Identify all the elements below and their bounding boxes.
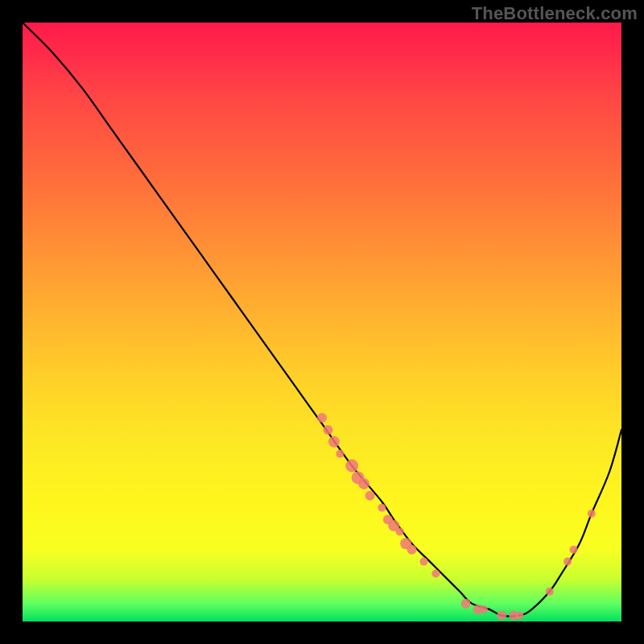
scatter-dot [569,546,577,554]
scatter-dot [345,460,358,473]
scatter-dot [323,425,332,435]
chart-container: TheBottleneck.com [0,0,644,644]
curve-line [23,23,621,616]
scatter-dot [336,450,344,458]
scatter-dot [317,413,327,423]
scatter-dot [546,588,554,596]
scatter-dot [516,612,524,620]
scatter-dot [497,611,506,621]
scatter-dot [461,599,471,609]
scatter-dot [396,527,404,535]
scatter-dot [358,478,369,489]
scatter-dot [419,558,427,566]
scatter-dot [431,569,440,577]
plot-area [23,23,621,621]
scatter-dot [378,504,386,512]
scatter-dot [407,545,417,555]
chart-svg [23,23,621,621]
scatter-dot [328,436,340,448]
scatter-dot [480,605,488,613]
scatter-dot [588,510,596,518]
scatter-dot [564,558,572,566]
scatter-dot [365,491,375,501]
watermark-text: TheBottleneck.com [472,3,638,24]
